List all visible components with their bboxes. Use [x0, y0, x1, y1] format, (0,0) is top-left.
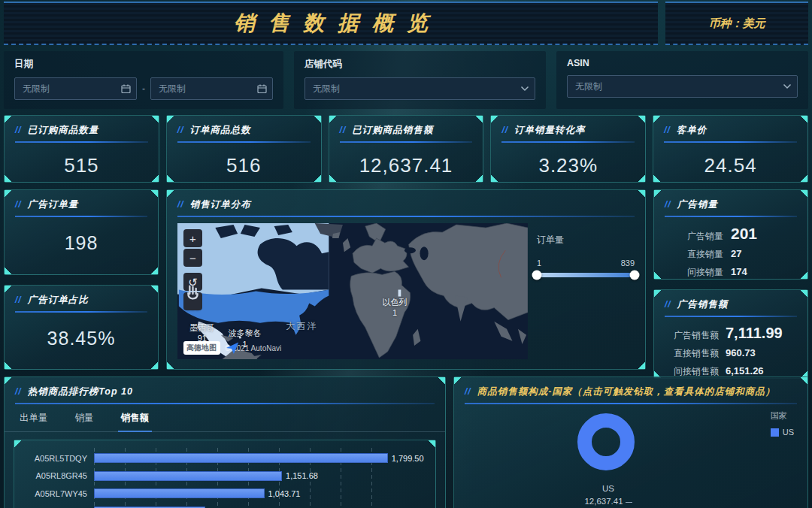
tab-sales-qty[interactable]: 销量	[75, 412, 94, 431]
date-start-input[interactable]	[14, 77, 137, 100]
bar-row: A05RL5TDQY 1,799.50	[22, 449, 428, 467]
donut-chart[interactable]	[577, 413, 635, 470]
amap-logo: 高德地图	[183, 341, 220, 355]
date-range-separator: -	[142, 83, 145, 94]
slider-title: 订单量	[537, 234, 635, 246]
kpi-value: 24.54	[653, 154, 807, 177]
pan-hand-button[interactable]	[183, 292, 202, 310]
double-slash-icon	[15, 122, 22, 136]
stat-value: 201	[731, 225, 757, 243]
zoom-out-button[interactable]: −	[183, 249, 202, 267]
card-title: 广告订单占比	[28, 294, 89, 307]
asin-select[interactable]	[567, 75, 798, 98]
calendar-icon	[257, 84, 267, 94]
amap-logo-icon	[183, 341, 281, 355]
kpi-value: 515	[5, 154, 159, 177]
currency-label: 币种：美元	[709, 17, 765, 31]
chevron-down-icon	[783, 83, 792, 89]
filter-group-store: 店铺代码	[294, 51, 546, 109]
bar-category-label: A05RL8GR45	[22, 471, 94, 480]
header: 销售数据概览 币种：美元	[4, 2, 808, 45]
kpi-title: 订单商品总数	[189, 124, 250, 137]
map-label-atlantic: 大西洋	[286, 321, 317, 333]
map-mode-controls: ↺	[183, 273, 202, 312]
bar-value-label: 1,151.68	[286, 471, 318, 480]
legend-title: 国家	[771, 410, 794, 422]
kpi-title: 已订购商品数量	[28, 124, 99, 137]
filter-group-asin: ASIN	[556, 51, 808, 109]
kpi-card-sales-amount: 已订购商品销售额 12,637.41	[329, 115, 484, 183]
tab-sales-amount[interactable]: 销售额	[121, 412, 150, 431]
store-filter-label: 店铺代码	[304, 58, 535, 71]
double-slash-icon	[664, 122, 671, 136]
double-slash-icon	[15, 292, 22, 306]
middle-row: 广告订单量 198 广告订单占比 38.45% 销售订单分布	[4, 189, 808, 370]
map-slider-panel: 订单量 1 839	[537, 223, 635, 359]
map-label-israel: 以色列1	[383, 297, 408, 319]
stat-value: 174	[731, 266, 747, 277]
kpi-value: 12,637.41	[329, 154, 483, 177]
filter-bar: 日期 - 店铺代码	[4, 51, 808, 109]
kpi-row: 已订购商品数量 515 订单商品总数 516 已订购商品销售额 12,637.4…	[4, 115, 808, 183]
stat-value: 7,111.99	[726, 325, 783, 342]
card-title: 广告订单量	[28, 198, 79, 211]
stat-value: 6,151.26	[726, 365, 764, 376]
kpi-title: 客单价	[677, 124, 707, 137]
bar[interactable]	[94, 488, 265, 498]
bar-value-label: 1,043.71	[268, 489, 301, 498]
kpi-value: 516	[167, 154, 321, 177]
card-title: 广告销售额	[677, 298, 729, 311]
bar[interactable]	[94, 471, 282, 481]
map-attribution: 高德地图 © 2021 AutoNavi	[183, 341, 281, 355]
slider-handle-max[interactable]	[630, 271, 640, 280]
slider-max-label: 839	[621, 259, 635, 268]
date-end-input[interactable]	[150, 77, 273, 100]
double-slash-icon	[665, 297, 671, 310]
ad-orders-card: 广告订单量 198	[4, 189, 159, 275]
country-composition-title: 商品销售额构成-国家（点击可触发钻取，查看具体的店铺和商品）	[477, 386, 776, 398]
slider-handle-min[interactable]	[532, 271, 542, 280]
double-slash-icon	[177, 122, 184, 136]
double-slash-icon	[340, 122, 347, 136]
card-title: 广告销量	[677, 198, 718, 211]
bar-value-label: 1,799.50	[392, 454, 424, 463]
store-select[interactable]	[304, 77, 535, 100]
world-map[interactable]: + − ↺ 美国839 墨西哥91	[177, 223, 528, 359]
filter-group-date: 日期 -	[4, 51, 283, 109]
asin-filter-label: ASIN	[567, 58, 798, 68]
hand-icon	[183, 273, 202, 312]
kpi-value: 3.23%	[491, 154, 645, 177]
chevron-down-icon	[520, 86, 529, 92]
calendar-icon	[121, 84, 131, 94]
kpi-title: 已订购商品销售额	[352, 124, 433, 137]
ad-sales-qty-card: 广告销量 广告销量 201 直接销量 27 间接销量 174	[653, 189, 808, 280]
double-slash-icon	[465, 384, 471, 398]
donut-legend: 国家 US	[771, 410, 794, 437]
zoom-in-button[interactable]: +	[183, 229, 202, 247]
range-slider[interactable]	[537, 273, 635, 277]
bar-row: A05RL7WY45 1,043.71	[22, 485, 428, 503]
legend-item-us[interactable]: US	[771, 428, 794, 437]
currency-box: 币种：美元	[665, 2, 808, 45]
header-title-box: 销售数据概览	[4, 2, 658, 45]
stat-value: 960.73	[726, 347, 756, 358]
kpi-card-conversion: 订单销量转化率 3.23%	[490, 115, 646, 183]
page-title: 销售数据概览	[220, 9, 441, 38]
kpi-card-ordered-qty: 已订购商品数量 515	[4, 115, 159, 183]
top-products-panel: 热销商品排行榜Top 10 出单量 销量 销售额 A05RL5TDQY 1,79…	[4, 376, 446, 508]
bar-row: A05RL8GR45 1,151.68	[22, 467, 428, 485]
kpi-title: 订单销量转化率	[514, 124, 586, 137]
date-filter-label: 日期	[14, 58, 273, 71]
ad-orders-value: 198	[5, 232, 158, 254]
top-products-title: 热销商品排行榜Top 10	[28, 386, 133, 398]
bar[interactable]	[94, 453, 388, 463]
kpi-card-order-total: 订单商品总数 516	[166, 115, 322, 183]
top-products-tabs: 出单量 销量 销售额	[5, 404, 445, 432]
stat-row: 直接销售额 960.73	[663, 347, 798, 360]
map-zoom-controls: + −	[183, 229, 202, 268]
label-connector-line	[626, 502, 632, 503]
ad-order-ratio-value: 38.45%	[5, 328, 158, 349]
tab-order-count[interactable]: 出单量	[20, 412, 48, 431]
slider-min-label: 1	[537, 259, 541, 268]
country-composition-panel: 商品销售额构成-国家（点击可触发钻取，查看具体的店铺和商品） 国家 US US …	[453, 376, 808, 508]
